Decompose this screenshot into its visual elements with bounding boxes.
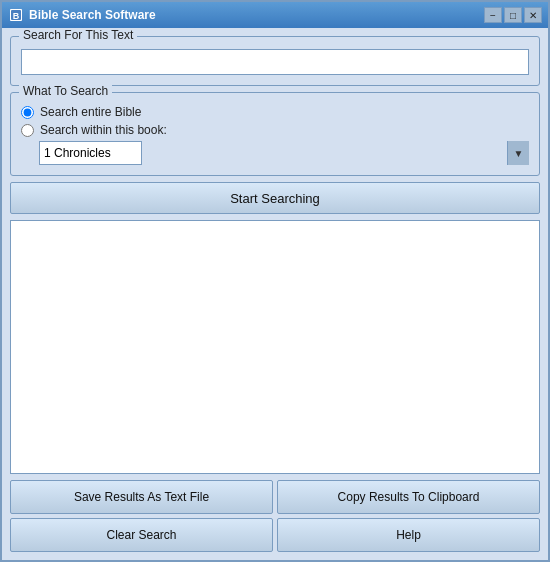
search-input[interactable]: [21, 49, 529, 75]
search-group-label: Search For This Text: [19, 28, 137, 42]
start-searching-button[interactable]: Start Searching: [10, 182, 540, 214]
clear-search-button[interactable]: Clear Search: [10, 518, 273, 552]
radio-within-book-label: Search within this book:: [40, 123, 167, 137]
what-to-search-label: What To Search: [19, 84, 112, 98]
radio-entire-bible-label: Search entire Bible: [40, 105, 141, 119]
close-button[interactable]: ✕: [524, 7, 542, 23]
title-bar: B Bible Search Software − □ ✕: [2, 2, 548, 28]
minimize-button[interactable]: −: [484, 7, 502, 23]
app-icon: B: [8, 7, 24, 23]
copy-results-button[interactable]: Copy Results To Clipboard: [277, 480, 540, 514]
window-title: Bible Search Software: [29, 8, 479, 22]
radio-within-book-row: Search within this book:: [21, 123, 529, 137]
radio-within-book[interactable]: [21, 124, 34, 137]
book-select-wrapper: GenesisExodusLeviticusNumbersDeuteronomy…: [39, 141, 529, 165]
help-button[interactable]: Help: [277, 518, 540, 552]
book-select-row: GenesisExodusLeviticusNumbersDeuteronomy…: [39, 141, 529, 165]
radio-entire-bible-row: Search entire Bible: [21, 105, 529, 119]
select-arrow-icon: ▼: [507, 141, 529, 165]
book-select[interactable]: GenesisExodusLeviticusNumbersDeuteronomy…: [39, 141, 142, 165]
svg-text:B: B: [13, 11, 20, 21]
window-controls: − □ ✕: [484, 7, 542, 23]
save-results-button[interactable]: Save Results As Text File: [10, 480, 273, 514]
radio-entire-bible[interactable]: [21, 106, 34, 119]
radio-group: Search entire Bible Search within this b…: [21, 105, 529, 137]
main-window: B Bible Search Software − □ ✕ Search For…: [0, 0, 550, 562]
bottom-buttons: Save Results As Text File Copy Results T…: [10, 480, 540, 552]
search-group: Search For This Text: [10, 36, 540, 86]
results-area[interactable]: [10, 220, 540, 474]
content-area: Search For This Text What To Search Sear…: [2, 28, 548, 560]
what-to-search-group: What To Search Search entire Bible Searc…: [10, 92, 540, 176]
restore-button[interactable]: □: [504, 7, 522, 23]
